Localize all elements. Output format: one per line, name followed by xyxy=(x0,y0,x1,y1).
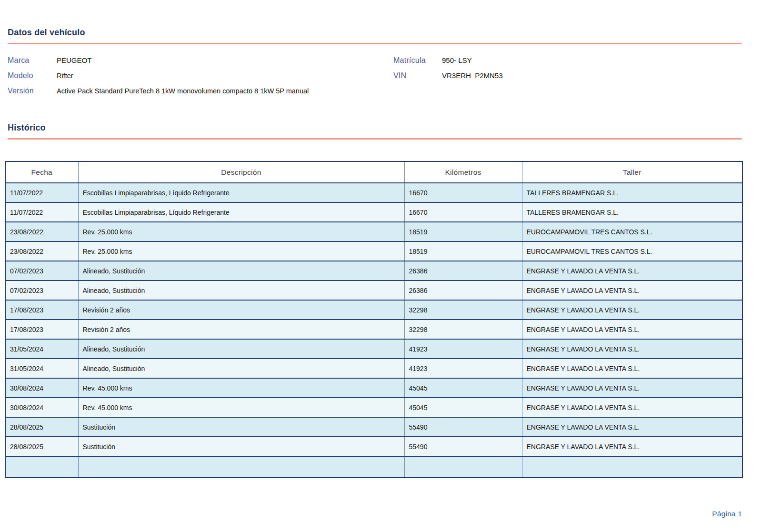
cell-descripcion: Rev. 45.000 kms xyxy=(78,398,404,417)
column-header-taller: Taller xyxy=(522,161,742,183)
cell-taller: ENGRASE Y LAVADO LA VENTA S.L. xyxy=(522,378,742,398)
table-row: 31/05/2024 Alineado, Sustitución 41923 E… xyxy=(5,339,742,359)
cell-taller: EUROCAMPAMOVIL TRES CANTOS S.L. xyxy=(522,241,742,261)
column-header-fecha: Fecha xyxy=(5,161,78,183)
cell-descripcion: Rev. 25.000 kms xyxy=(78,222,404,241)
table-row: 17/08/2023 Revisión 2 años 32298 ENGRASE… xyxy=(5,320,742,339)
cell-descripcion: Escobillas Limpiaparabrisas, Líquido Ref… xyxy=(78,202,404,222)
history-section-title: Histórico xyxy=(8,123,742,133)
cell-taller: ENGRASE Y LAVADO LA VENTA S.L. xyxy=(522,339,742,359)
cell-taller: ENGRASE Y LAVADO LA VENTA S.L. xyxy=(522,320,742,339)
cell-taller: EUROCAMPAMOVIL TRES CANTOS S.L. xyxy=(522,222,742,241)
cell-descripcion: Alineado, Sustitución xyxy=(78,261,404,281)
cell-descripcion: Alineado, Sustitución xyxy=(78,339,404,359)
field-row-matricula: Matrícula 950- LSY xyxy=(393,56,736,71)
table-row: 07/02/2023 Alineado, Sustitución 26386 E… xyxy=(5,261,742,281)
table-row: 23/08/2022 Rev. 25.000 kms 18519 EUROCAM… xyxy=(5,222,742,241)
vin-value: VR3ERH P2MN53 xyxy=(442,71,503,80)
cell-descripcion: Sustitución xyxy=(78,437,404,456)
cell-kilometros: 32298 xyxy=(404,300,522,320)
version-label: Versión xyxy=(8,87,57,95)
header-row: Fecha Descripción Kilómetros Taller xyxy=(5,161,742,183)
matricula-label: Matrícula xyxy=(393,56,442,65)
cell-kilometros: 41923 xyxy=(404,359,522,378)
page-number: Página 1 xyxy=(712,510,742,518)
cell-fecha: 17/08/2023 xyxy=(5,300,78,320)
table-row: 17/08/2023 Revisión 2 años 32298 ENGRASE… xyxy=(5,300,742,320)
cell-kilometros: 18519 xyxy=(404,222,522,241)
column-header-descripcion: Descripción xyxy=(78,161,404,183)
vehicle-fields-left: Marca PEUGEOT Modelo Rifter Versión Acti… xyxy=(8,56,384,102)
cell-taller: TALLERES BRAMENGAR S.L. xyxy=(522,183,742,202)
cell-descripcion: Rev. 45.000 kms xyxy=(78,378,404,398)
cell-kilometros: 41923 xyxy=(404,339,522,359)
cell-kilometros: 18519 xyxy=(404,241,522,261)
modelo-value: Rifter xyxy=(57,72,73,80)
cell-fecha: 23/08/2022 xyxy=(5,241,78,261)
cell-fecha xyxy=(5,456,78,478)
table-row: 31/05/2024 Alineado, Sustitución 41923 E… xyxy=(5,359,742,378)
table-row: 11/07/2022 Escobillas Limpiaparabrisas, … xyxy=(5,202,742,222)
table-row: 11/07/2022 Escobillas Limpiaparabrisas, … xyxy=(5,183,742,202)
vehicle-section-title: Datos del vehículo xyxy=(8,28,742,38)
cell-taller: TALLERES BRAMENGAR S.L. xyxy=(522,202,742,222)
table-row: 23/08/2022 Rev. 25.000 kms 18519 EUROCAM… xyxy=(5,241,742,261)
cell-fecha: 31/05/2024 xyxy=(5,359,78,378)
field-row-modelo: Modelo Rifter xyxy=(8,71,384,87)
matricula-value: 950- LSY xyxy=(442,56,472,64)
cell-descripcion: Sustitución xyxy=(78,417,404,437)
cell-fecha: 07/02/2023 xyxy=(5,281,78,300)
cell-fecha: 30/08/2024 xyxy=(5,398,78,417)
cell-fecha: 23/08/2022 xyxy=(5,222,78,241)
version-value: Active Pack Standard PureTech 8 1kW mono… xyxy=(57,87,309,95)
cell-kilometros: 26386 xyxy=(404,281,522,300)
field-row-marca: Marca PEUGEOT xyxy=(8,56,384,71)
cell-kilometros: 16670 xyxy=(404,202,522,222)
cell-fecha: 11/07/2022 xyxy=(5,183,78,202)
cell-taller: ENGRASE Y LAVADO LA VENTA S.L. xyxy=(522,359,742,378)
field-row-version: Versión Active Pack Standard PureTech 8 … xyxy=(8,87,384,102)
cell-fecha: 17/08/2023 xyxy=(5,320,78,339)
cell-descripcion: Alineado, Sustitución xyxy=(78,359,404,378)
vehicle-data-section: Datos del vehículo xyxy=(8,28,742,44)
table-row: 30/08/2024 Rev. 45.000 kms 45045 ENGRASE… xyxy=(5,398,742,417)
cell-taller: ENGRASE Y LAVADO LA VENTA S.L. xyxy=(522,398,742,417)
cell-kilometros: 26386 xyxy=(404,261,522,281)
field-row-vin: VIN VR3ERH P2MN53 xyxy=(393,71,736,87)
marca-value: PEUGEOT xyxy=(57,56,91,64)
table-row: 28/08/2025 Sustitución 55490 ENGRASE Y L… xyxy=(5,437,742,456)
table-row: 28/08/2025 Sustitución 55490 ENGRASE Y L… xyxy=(5,417,742,437)
table-row: 07/02/2023 Alineado, Sustitución 26386 E… xyxy=(5,281,742,300)
cell-fecha: 11/07/2022 xyxy=(5,202,78,222)
cell-fecha: 30/08/2024 xyxy=(5,378,78,398)
cell-fecha: 28/08/2025 xyxy=(5,417,78,437)
vehicle-fields-right: Matrícula 950- LSY VIN VR3ERH P2MN53 xyxy=(393,56,736,87)
cell-descripcion xyxy=(78,456,404,478)
modelo-label: Modelo xyxy=(8,71,57,80)
cell-fecha: 31/05/2024 xyxy=(5,339,78,359)
cell-kilometros xyxy=(404,456,522,478)
cell-descripcion: Escobillas Limpiaparabrisas, Líquido Ref… xyxy=(78,183,404,202)
section-rule xyxy=(8,43,742,44)
cell-taller: ENGRASE Y LAVADO LA VENTA S.L. xyxy=(522,281,742,300)
cell-taller: ENGRASE Y LAVADO LA VENTA S.L. xyxy=(522,300,742,320)
cell-kilometros: 55490 xyxy=(404,417,522,437)
history-table-body: 11/07/2022 Escobillas Limpiaparabrisas, … xyxy=(5,183,742,478)
cell-taller: ENGRASE Y LAVADO LA VENTA S.L. xyxy=(522,437,742,456)
cell-descripcion: Revisión 2 años xyxy=(78,320,404,339)
section-rule xyxy=(8,138,742,140)
history-section: Histórico xyxy=(8,123,742,140)
cell-descripcion: Alineado, Sustitución xyxy=(78,281,404,300)
history-table-wrap: Fecha Descripción Kilómetros Taller 11/0… xyxy=(5,161,742,478)
table-row: 30/08/2024 Rev. 45.000 kms 45045 ENGRASE… xyxy=(5,378,742,398)
cell-taller: ENGRASE Y LAVADO LA VENTA S.L. xyxy=(522,417,742,437)
cell-kilometros: 45045 xyxy=(404,378,522,398)
cell-descripcion: Rev. 25.000 kms xyxy=(78,241,404,261)
cell-fecha: 28/08/2025 xyxy=(5,437,78,456)
cell-kilometros: 16670 xyxy=(404,183,522,202)
cell-taller xyxy=(522,456,742,478)
cell-fecha: 07/02/2023 xyxy=(5,261,78,281)
column-header-kilometros: Kilómetros xyxy=(404,161,522,183)
cell-taller: ENGRASE Y LAVADO LA VENTA S.L. xyxy=(522,261,742,281)
table-row xyxy=(5,456,742,478)
